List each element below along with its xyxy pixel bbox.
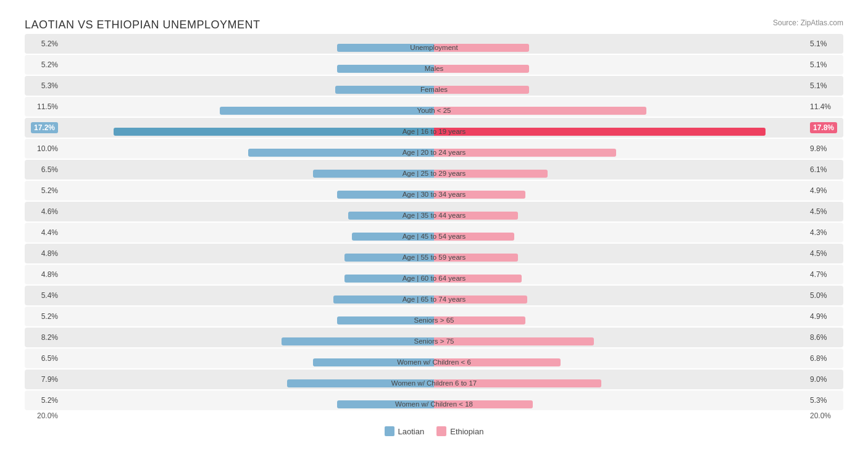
legend-laotian: Laotian (385, 426, 425, 436)
blue-bar (335, 86, 434, 94)
left-value: 4.4% (25, 228, 62, 237)
pink-bar (434, 149, 616, 157)
blue-bar (282, 337, 434, 345)
bars-area: Women w/ Children 6 to 17 (62, 378, 806, 381)
right-value: 4.7% (806, 270, 843, 279)
chart-row: 10.0%Age | 20 to 24 years9.8% (25, 139, 843, 159)
chart-row: 5.2%Males5.1% (25, 55, 843, 75)
right-value: 4.5% (806, 249, 843, 258)
pink-bar (434, 295, 527, 304)
pink-bar (434, 379, 601, 387)
blue-bar (114, 128, 434, 136)
blue-bar (337, 191, 434, 199)
chart-container: LAOTIAN VS ETHIOPIAN UNEMPLOYMENT Source… (12, 12, 856, 448)
chart-row: 5.4%Age | 65 to 74 years5.0% (25, 286, 843, 305)
pink-bar (434, 86, 529, 94)
chart-row: 5.2%Unemployment5.1% (25, 34, 843, 54)
blue-bar (333, 295, 434, 304)
left-value: 8.2% (25, 333, 62, 342)
right-value: 9.0% (806, 375, 843, 384)
chart-row: 7.9%Women w/ Children 6 to 179.0% (25, 370, 843, 389)
left-value: 5.2% (25, 186, 62, 195)
left-value: 4.8% (25, 249, 62, 258)
left-value: 11.5% (25, 102, 62, 111)
pink-bar (434, 337, 594, 345)
bars-area: Unemployment (62, 43, 806, 45)
blue-bar (337, 400, 434, 408)
bars-area: Seniors > 65 (62, 315, 806, 318)
right-value: 4.3% (806, 228, 843, 237)
pink-bar (434, 212, 518, 220)
pink-bar (434, 254, 518, 262)
bars-area: Women w/ Children < 6 (62, 357, 806, 360)
legend-ethiopian: Ethiopian (436, 426, 483, 436)
laotian-label: Laotian (398, 427, 425, 436)
bars-area: Males (62, 64, 806, 66)
right-value: 5.1% (806, 60, 843, 69)
pink-bar (434, 275, 522, 283)
chart-title: LAOTIAN VS ETHIOPIAN UNEMPLOYMENT (25, 19, 261, 31)
right-value: 4.9% (806, 186, 843, 195)
pink-bar (434, 170, 548, 178)
right-value: 5.0% (806, 291, 843, 300)
left-value: 6.5% (25, 354, 62, 363)
bars-area: Age | 65 to 74 years (62, 294, 806, 297)
pink-bar (434, 107, 646, 115)
bars-area: Age | 45 to 54 years (62, 231, 806, 234)
blue-bar (348, 212, 434, 220)
right-value: 17.8% (806, 123, 843, 132)
left-value: 5.2% (25, 39, 62, 48)
bars-area: Age | 25 to 29 years (62, 168, 806, 171)
left-value: 5.4% (25, 291, 62, 300)
blue-bar (352, 233, 434, 241)
pink-bar (434, 65, 529, 73)
chart-row: 4.6%Age | 35 to 44 years4.5% (25, 202, 843, 221)
pink-bar (434, 191, 525, 199)
bars-area: Age | 55 to 59 years (62, 252, 806, 255)
left-value: 4.8% (25, 270, 62, 279)
pink-bar (434, 44, 529, 52)
pink-bar (434, 400, 533, 408)
right-value: 9.8% (806, 144, 843, 153)
bars-area: Youth < 25 (62, 105, 806, 108)
left-value: 5.3% (25, 81, 62, 90)
bars-area: Females (62, 85, 806, 87)
chart-row: 5.2%Age | 30 to 34 years4.9% (25, 181, 843, 200)
blue-bar (313, 170, 434, 178)
bars-area: Age | 20 to 24 years (62, 147, 806, 150)
axis-left: 20.0% (25, 411, 62, 420)
bars-area: Age | 16 to 19 years (62, 126, 806, 129)
right-value: 5.3% (806, 396, 843, 405)
blue-bar (337, 65, 434, 73)
legend: Laotian Ethiopian (25, 426, 843, 436)
right-value: 11.4% (806, 102, 843, 111)
chart-row: 6.5%Women w/ Children < 66.8% (25, 349, 843, 368)
laotian-color-box (385, 426, 394, 436)
blue-bar (344, 254, 434, 262)
left-value: 6.5% (25, 165, 62, 174)
left-value: 7.9% (25, 375, 62, 384)
bars-area: Age | 35 to 44 years (62, 210, 806, 213)
pink-bar (434, 233, 514, 241)
chart-body: 5.2%Unemployment5.1%5.2%Males5.1%5.3%Fem… (25, 34, 843, 410)
chart-row: 6.5%Age | 25 to 29 years6.1% (25, 160, 843, 180)
right-value: 5.1% (806, 39, 843, 48)
blue-bar (337, 44, 434, 52)
chart-row: 4.8%Age | 60 to 64 years4.7% (25, 265, 843, 284)
left-value: 5.2% (25, 312, 62, 321)
bars-area: Age | 60 to 64 years (62, 273, 806, 276)
chart-row: 4.8%Age | 55 to 59 years4.5% (25, 244, 843, 263)
chart-row: 5.3%Females5.1% (25, 76, 843, 96)
right-value: 6.8% (806, 354, 843, 363)
axis-row: 20.0% 20.0% (25, 411, 843, 420)
blue-bar (220, 107, 434, 115)
blue-bar (337, 316, 434, 324)
blue-bar (248, 149, 435, 157)
right-value: 4.9% (806, 312, 843, 321)
left-value: 4.6% (25, 207, 62, 216)
bars-area: Seniors > 75 (62, 336, 806, 339)
pink-bar (434, 128, 766, 136)
right-value: 8.6% (806, 333, 843, 342)
bars-area: Age | 30 to 34 years (62, 189, 806, 192)
left-value: 5.2% (25, 396, 62, 405)
